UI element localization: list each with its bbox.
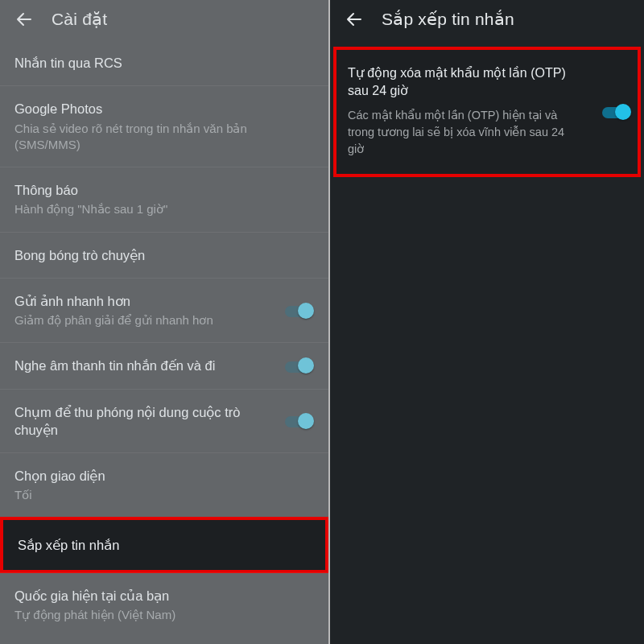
row-pinch-zoom[interactable]: Chụm để thu phóng nội dung cuộc trò chuy… [0, 389, 328, 453]
row-sublabel: Chia sẻ video rõ nét trong tin nhắn văn … [14, 121, 314, 154]
row-organize-messages[interactable]: Sắp xếp tin nhắn [0, 517, 328, 573]
row-label: Google Photos [14, 100, 314, 118]
row-sublabel: Tối [14, 487, 314, 503]
toggle-otp-auto-delete[interactable] [601, 104, 630, 120]
row-sublabel: Tự động phát hiện (Việt Nam) [14, 607, 314, 623]
row-label: Nghe âm thanh tin nhắn đến và đi [14, 357, 270, 374]
row-sublabel: Giảm độ phân giải để gửi nhanh hơn [14, 312, 270, 328]
row-message-sounds[interactable]: Nghe âm thanh tin nhắn đến và đi [0, 342, 328, 388]
toggle-message-sounds[interactable] [283, 357, 312, 374]
row-send-faster[interactable]: Gửi ảnh nhanh hơn Giảm độ phân giải để g… [0, 278, 328, 343]
page-title: Sắp xếp tin nhắn [382, 10, 514, 29]
row-label: Thông báo [14, 181, 314, 199]
row-google-photos[interactable]: Google Photos Chia sẻ video rõ nét trong… [0, 85, 328, 167]
row-rcs[interactable]: Nhắn tin qua RCS [0, 40, 328, 85]
toggle-pinch-zoom[interactable] [283, 413, 312, 429]
appbar: Sắp xếp tin nhắn [330, 0, 644, 40]
row-label: Chụm để thu phóng nội dung cuộc trò chuy… [14, 403, 270, 440]
row-sublabel: Hành động "Nhắc sau 1 giờ" [14, 201, 314, 217]
row-label: Quốc gia hiện tại của bạn [14, 587, 314, 605]
appbar: Cài đặt [0, 0, 328, 40]
row-notifications[interactable]: Thông báo Hành động "Nhắc sau 1 giờ" [0, 167, 328, 232]
back-icon[interactable] [14, 10, 34, 29]
row-label: Bong bóng trò chuyện [14, 246, 314, 264]
back-icon[interactable] [345, 10, 364, 29]
settings-list: Nhắn tin qua RCS Google Photos Chia sẻ v… [0, 40, 328, 644]
row-country[interactable]: Quốc gia hiện tại của bạn Tự động phát h… [0, 572, 328, 638]
toggle-send-faster[interactable] [283, 303, 312, 319]
row-label: Sắp xếp tin nhắn [18, 536, 311, 554]
card-title: Tự động xóa mật khẩu một lần (OTP) sau 2… [348, 64, 626, 101]
row-label: Chọn giao diện [14, 467, 314, 485]
row-theme[interactable]: Chọn giao diện Tối [0, 452, 328, 518]
settings-screen: Cài đặt Nhắn tin qua RCS Google Photos C… [0, 0, 328, 644]
two-up-screenshot: Cài đặt Nhắn tin qua RCS Google Photos C… [0, 0, 644, 644]
row-chat-bubbles[interactable]: Bong bóng trò chuyện [0, 232, 328, 278]
organize-messages-screen: Sắp xếp tin nhắn Tự động xóa mật khẩu mộ… [330, 0, 644, 644]
row-label: Nhắn tin qua RCS [14, 54, 314, 72]
row-label: Gửi ảnh nhanh hơn [14, 292, 270, 310]
card-description: Các mật khẩu một lần (OTP) hiện tại và t… [348, 107, 626, 158]
page-title: Cài đặt [52, 10, 107, 29]
otp-auto-delete-card[interactable]: Tự động xóa mật khẩu một lần (OTP) sau 2… [333, 47, 641, 177]
